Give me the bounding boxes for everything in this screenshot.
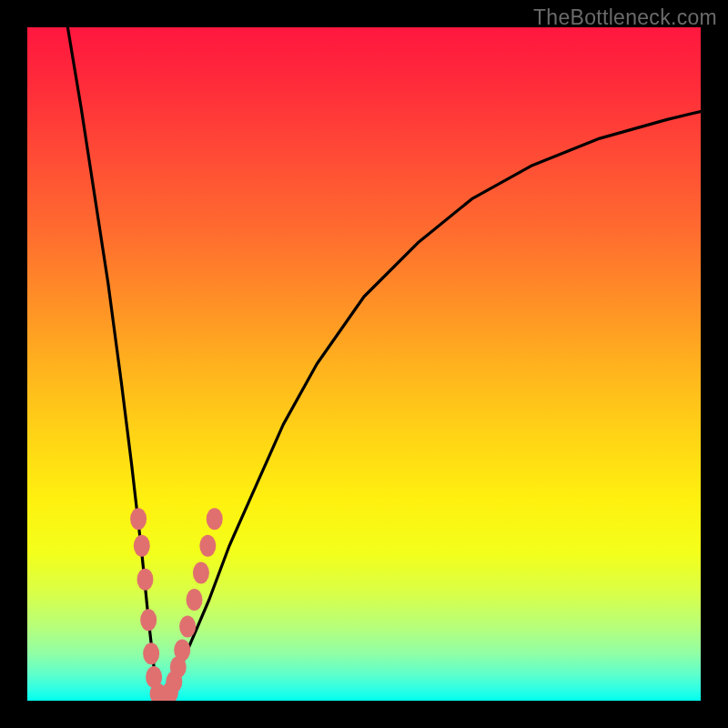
marker-dot — [134, 535, 150, 557]
marker-dot — [137, 569, 154, 591]
marker-dot — [140, 609, 157, 631]
marker-dot — [199, 535, 216, 557]
marker-dot — [207, 508, 223, 530]
marker-dot — [174, 640, 190, 662]
bottleneck-curve — [67, 27, 701, 701]
plot-area — [27, 27, 701, 701]
marker-dot — [143, 642, 159, 664]
marker-dot — [130, 508, 147, 530]
highlight-dots — [130, 508, 223, 701]
watermark-text: TheBottleneck.com — [533, 5, 717, 30]
chart-frame: TheBottleneck.com — [0, 0, 728, 728]
marker-dot — [179, 616, 196, 638]
curve-layer — [27, 27, 701, 701]
marker-dot — [187, 589, 203, 611]
marker-dot — [193, 561, 209, 583]
